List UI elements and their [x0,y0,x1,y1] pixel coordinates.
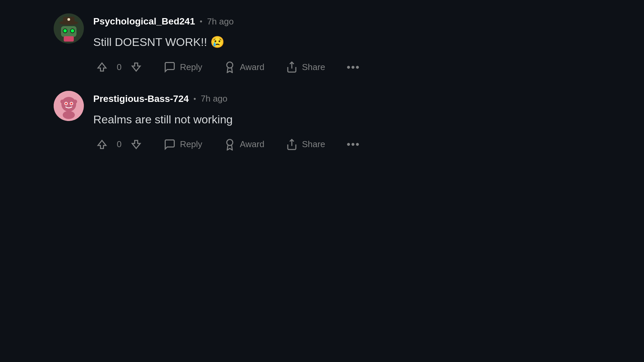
share-button[interactable]: Share [283,60,328,74]
comment-actions: 0 Reply [93,137,644,152]
svg-point-5 [63,29,67,33]
avatar [54,91,84,121]
comment-item: Prestigious-Bass-724 • 7h ago Realms are… [54,91,644,152]
comment-username: Prestigious-Bass-724 [93,94,189,104]
svg-point-13 [61,97,76,112]
comment-body: Prestigious-Bass-724 • 7h ago Realms are… [93,91,644,152]
award-icon [224,61,236,73]
upvote-icon [96,61,108,73]
award-icon [224,138,236,150]
svg-point-15 [73,100,77,104]
more-options-button[interactable]: ••• [344,60,363,75]
vote-count: 0 [117,62,121,72]
svg-point-18 [65,103,67,105]
share-label: Share [302,62,325,72]
award-label: Award [240,62,264,72]
more-options-button[interactable]: ••• [344,137,363,152]
comment-item: Psychological_Bed241 • 7h ago Still DOES… [54,13,644,75]
vote-count: 0 [117,139,121,149]
share-icon [286,61,298,73]
comment-time: 7h ago [201,94,228,104]
downvote-button[interactable] [127,137,145,152]
downvote-icon [130,61,142,73]
svg-point-8 [67,18,70,21]
comment-separator: • [200,17,202,26]
svg-point-7 [71,29,74,33]
comments-container: Psychological_Bed241 • 7h ago Still DOES… [0,0,644,181]
comment-text: Realms are still not working [93,112,644,128]
share-label: Share [302,139,325,149]
share-icon [286,138,298,150]
comment-text: Still DOESNT WORK!! 😢 [93,34,644,50]
comment-header: Prestigious-Bass-724 • 7h ago [93,94,644,104]
comment-time: 7h ago [207,16,234,27]
comment-username: Psychological_Bed241 [93,16,195,27]
comment-header: Psychological_Bed241 • 7h ago [93,16,644,27]
reply-button[interactable]: Reply [161,60,205,74]
svg-point-14 [60,100,64,104]
downvote-icon [130,138,142,150]
svg-point-20 [63,111,75,119]
award-button[interactable]: Award [221,60,267,74]
reply-icon [164,61,176,73]
reply-icon [164,138,176,150]
reply-label: Reply [180,139,202,149]
upvote-button[interactable] [93,137,111,152]
svg-point-21 [227,139,233,145]
avatar [54,13,84,44]
award-button[interactable]: Award [221,137,267,152]
comment-actions: 0 Reply [93,60,644,75]
award-label: Award [240,139,264,149]
vote-group: 0 [93,60,145,74]
comment-body: Psychological_Bed241 • 7h ago Still DOES… [93,13,644,75]
reply-label: Reply [180,62,202,72]
share-button[interactable]: Share [283,137,328,152]
comment-separator: • [194,95,196,103]
vote-group: 0 [93,137,145,152]
downvote-button[interactable] [127,60,145,74]
svg-point-10 [227,62,233,68]
upvote-icon [96,138,108,150]
upvote-button[interactable] [93,60,111,74]
svg-rect-9 [64,36,74,42]
reply-button[interactable]: Reply [161,137,205,152]
svg-point-19 [70,103,72,105]
